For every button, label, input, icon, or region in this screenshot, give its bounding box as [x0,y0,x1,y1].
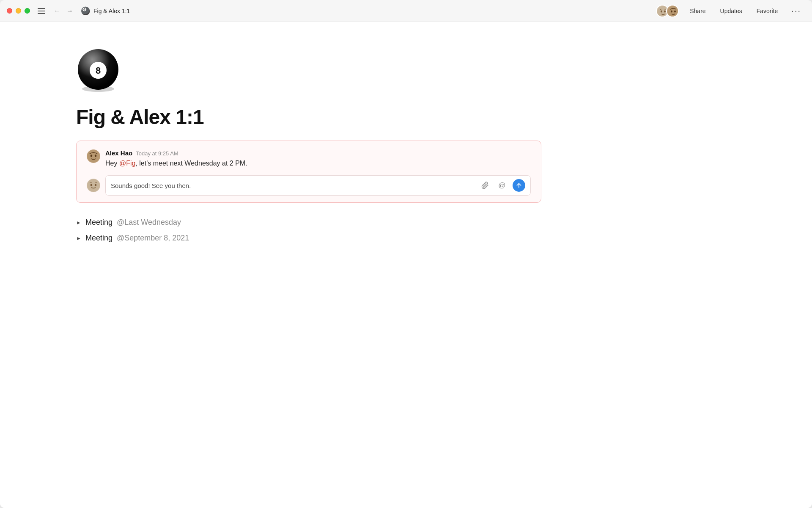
mention-fig: @Fig [119,160,135,167]
send-button[interactable] [513,179,525,192]
mention-button[interactable]: @ [496,179,508,192]
maximize-button[interactable] [25,8,30,14]
page-icon: 8 [76,47,736,94]
message-body: Alex Hao Today at 9:25 AM Hey @Fig, let'… [105,149,531,168]
titlebar: ← → 🎱 Fig & Alex 1:1 [0,0,812,22]
page-title: Fig & Alex 1:1 [76,105,736,129]
chat-message: Alex Hao Today at 9:25 AM Hey @Fig, let'… [87,149,531,168]
collaborator-avatars [656,5,679,17]
favorite-button[interactable]: Favorite [753,6,782,16]
app-window: ← → 🎱 Fig & Alex 1:1 [0,0,812,508]
meeting-date: @September 8, 2021 [117,234,189,243]
page-content: 8 Fig & Alex 1:1 [0,22,812,508]
share-button[interactable]: Share [686,6,709,16]
meeting-date: @Last Wednesday [117,218,181,227]
expand-icon[interactable]: ► [76,235,81,241]
attachment-button[interactable] [479,179,491,192]
svg-point-11 [87,150,100,163]
list-item: ► Meeting @Last Wednesday [76,218,736,227]
meeting-list: ► Meeting @Last Wednesday ► Meeting @Sep… [76,218,736,243]
svg-point-4 [671,10,672,12]
doc-title-area: 🎱 Fig & Alex 1:1 [81,6,130,16]
svg-text:8: 8 [96,65,101,76]
close-button[interactable] [7,8,12,14]
svg-point-3 [667,6,679,17]
svg-point-12 [91,155,92,157]
minimize-button[interactable] [16,8,21,14]
doc-emoji-icon: 🎱 [81,6,90,16]
back-button[interactable]: ← [52,7,62,15]
message-author: Alex Hao [105,149,132,157]
reply-input-wrapper[interactable]: Sounds good! See you then. @ [105,175,531,196]
message-text: Hey @Fig, let's meet next Wednesday at 2… [105,158,531,168]
nav-arrows: ← → [52,7,75,15]
author-line: Alex Hao Today at 9:25 AM [105,149,531,157]
titlebar-right: Share Updates Favorite ··· [656,0,804,22]
svg-point-2 [664,10,666,12]
reply-input-placeholder: Sounds good! See you then. [111,182,474,189]
sidebar-toggle-button[interactable] [38,8,45,14]
reply-actions: @ [479,179,525,192]
message-avatar [87,149,100,163]
reply-row: Sounds good! See you then. @ [87,175,531,196]
updates-button[interactable]: Updates [717,6,746,16]
traffic-lights [7,8,30,14]
avatar-alex [666,5,679,17]
svg-point-13 [95,155,96,157]
meeting-label: Meeting [85,234,112,243]
more-options-button[interactable]: ··· [789,5,804,17]
chat-block: Alex Hao Today at 9:25 AM Hey @Fig, let'… [76,141,541,203]
svg-point-5 [674,10,676,12]
reply-avatar [87,179,100,192]
list-item: ► Meeting @September 8, 2021 [76,234,736,243]
doc-title-label: Fig & Alex 1:1 [93,8,130,14]
svg-point-1 [661,10,662,12]
svg-point-15 [91,184,92,186]
expand-icon[interactable]: ► [76,220,81,226]
meeting-label: Meeting [85,218,112,227]
message-time: Today at 9:25 AM [136,150,178,157]
forward-button[interactable]: → [65,7,75,15]
svg-point-14 [87,179,100,192]
svg-point-16 [95,184,96,186]
